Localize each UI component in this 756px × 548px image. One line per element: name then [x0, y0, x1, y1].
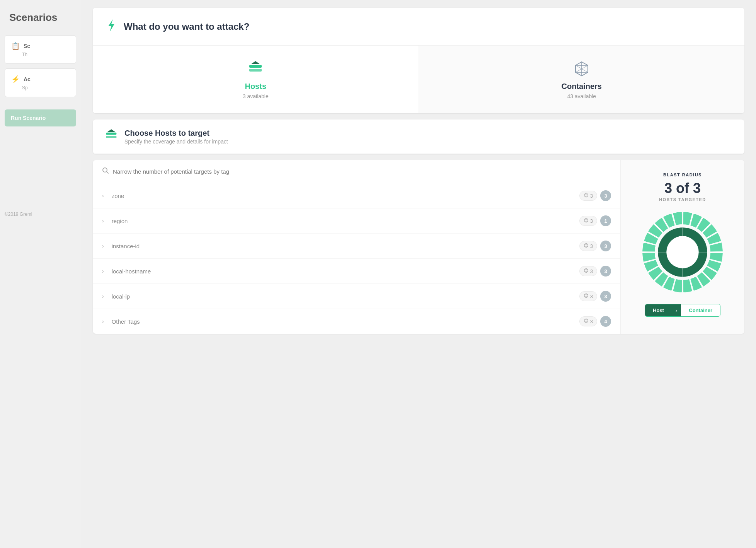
cube-icon-local-hostname [584, 268, 589, 274]
tag-search-input[interactable] [113, 168, 611, 175]
sidebar-card-attack[interactable]: ⚡ Ac Sp [5, 68, 76, 97]
run-scenario-button[interactable]: Run Scenario [5, 109, 76, 126]
chevron-icon-local-hostname: › [102, 268, 104, 274]
target-blast-layout: › zone 3 [93, 160, 744, 334]
tag-row-local-hostname[interactable]: › local-hostname [93, 259, 620, 284]
chevron-icon-local-ip: › [102, 293, 104, 299]
hosts-label: Hosts [102, 82, 409, 91]
sidebar-card-scenario[interactable]: 📋 Sc Th [5, 35, 76, 64]
blast-radius-fraction: 3 of 3 [664, 180, 701, 196]
tag-list: › zone 3 [93, 183, 620, 334]
cube-icon-other-tags [584, 318, 589, 324]
search-icon [102, 167, 109, 176]
chevron-icon-region: › [102, 218, 104, 224]
scenario-card-sub: Th [11, 52, 70, 57]
svg-marker-0 [108, 19, 114, 32]
choose-hosts-title: Choose Hosts to target [124, 129, 228, 138]
local-ip-host-badge: 3 [600, 291, 611, 302]
sidebar: Scenarios 📋 Sc Th ⚡ Ac Sp Run Scenario ©… [0, 0, 81, 548]
lightning-icon-sidebar: ⚡ [11, 75, 20, 84]
region-host-badge: 1 [600, 215, 611, 226]
containers-icon [428, 60, 736, 78]
clipboard-icon: 📋 [11, 42, 20, 50]
tag-name-local-hostname: local-hostname [112, 268, 579, 275]
instance-id-host-badge: 3 [600, 241, 611, 251]
choose-hosts-icon [104, 128, 119, 145]
tag-row-instance-id[interactable]: › instance-id [93, 234, 620, 259]
lightning-icon-main [105, 19, 117, 34]
tag-badges-region: 3 1 [579, 215, 611, 226]
svg-point-42 [666, 236, 699, 268]
target-hosts-option[interactable]: Hosts 3 available [93, 46, 419, 113]
svg-rect-2 [249, 69, 262, 72]
host-container-toggle[interactable]: Host › Container [645, 304, 720, 317]
tag-name-zone: zone [112, 193, 579, 199]
instance-id-container-badge: 3 [579, 241, 597, 251]
target-containers-option[interactable]: Containers 43 available [419, 46, 745, 113]
zone-container-badge: 3 [579, 191, 597, 201]
svg-line-11 [582, 69, 588, 72]
tag-badges-instance-id: 3 3 [579, 241, 611, 251]
tag-name-local-ip: local-ip [112, 293, 579, 300]
svg-marker-3 [251, 61, 260, 64]
toggle-arrow-icon: › [672, 304, 681, 316]
tag-badges-local-ip: 3 3 [579, 291, 611, 302]
local-hostname-host-badge: 3 [600, 266, 611, 277]
svg-rect-13 [106, 136, 117, 138]
tag-row-other-tags[interactable]: › Other Tags [93, 309, 620, 334]
hosts-count: 3 available [102, 93, 409, 99]
cube-icon-region [584, 218, 589, 224]
choose-hosts-subtitle: Specify the coverage and details for imp… [124, 138, 228, 145]
chevron-icon-instance-id: › [102, 243, 104, 249]
scenario-card-title: Sc [24, 43, 30, 49]
chevron-icon-other-tags: › [102, 318, 104, 324]
tag-name-instance-id: instance-id [112, 243, 579, 249]
attack-title: What do you want to attack? [124, 21, 249, 32]
blast-radius-sub: HOSTS TARGETED [659, 197, 706, 202]
attack-header: What do you want to attack? [93, 8, 744, 46]
toggle-host-button[interactable]: Host [645, 304, 672, 316]
local-ip-container-badge: 3 [579, 291, 597, 301]
toggle-container-button[interactable]: Container [681, 304, 720, 316]
svg-rect-12 [106, 133, 117, 135]
attack-card-title: Ac [24, 76, 31, 82]
containers-label: Containers [428, 82, 736, 91]
blast-radius-title: BLAST RADIUS [663, 172, 702, 177]
tag-row-zone[interactable]: › zone 3 [93, 183, 620, 208]
attack-section-card: What do you want to attack? Hosts 3 avai… [93, 8, 744, 113]
choose-header-text: Choose Hosts to target Specify the cover… [124, 129, 228, 145]
main-content: What do you want to attack? Hosts 3 avai… [81, 0, 756, 548]
tag-search-bar[interactable] [93, 160, 620, 183]
sidebar-title: Scenarios [0, 12, 81, 35]
zone-host-badge: 3 [600, 190, 611, 201]
choose-header: Choose Hosts to target Specify the cover… [93, 120, 744, 154]
svg-line-16 [107, 172, 109, 174]
tag-row-local-ip[interactable]: › local-ip 3 [93, 284, 620, 309]
tag-name-region: region [112, 218, 579, 224]
cube-icon-zone [584, 193, 589, 199]
tag-name-other-tags: Other Tags [112, 318, 579, 325]
svg-line-10 [576, 69, 582, 72]
other-tags-container-badge: 3 [579, 316, 597, 326]
tag-badges-other-tags: 3 4 [579, 316, 611, 327]
target-options: Hosts 3 available C [93, 46, 744, 113]
svg-marker-14 [107, 129, 115, 132]
blast-radius-panel: BLAST RADIUS 3 of 3 HOSTS TARGETED [621, 160, 744, 334]
containers-count: 43 available [428, 93, 736, 99]
other-tags-host-badge: 4 [600, 316, 611, 327]
attack-card-sub: Sp [11, 85, 70, 90]
svg-line-8 [576, 65, 582, 69]
tag-panel: › zone 3 [93, 160, 621, 334]
tag-badges-zone: 3 3 [579, 190, 611, 201]
choose-hosts-card: Choose Hosts to target Specify the cover… [93, 120, 744, 154]
tag-row-region[interactable]: › region 3 [93, 208, 620, 234]
sidebar-footer: ©2019 Greml [5, 212, 76, 217]
cube-icon-local-ip [584, 293, 589, 299]
chevron-icon-zone: › [102, 193, 104, 199]
svg-line-9 [582, 65, 588, 69]
svg-rect-1 [249, 65, 262, 68]
cube-icon-instance-id [584, 243, 589, 249]
donut-chart [640, 210, 725, 295]
region-container-badge: 3 [579, 216, 597, 226]
tag-badges-local-hostname: 3 3 [579, 266, 611, 277]
